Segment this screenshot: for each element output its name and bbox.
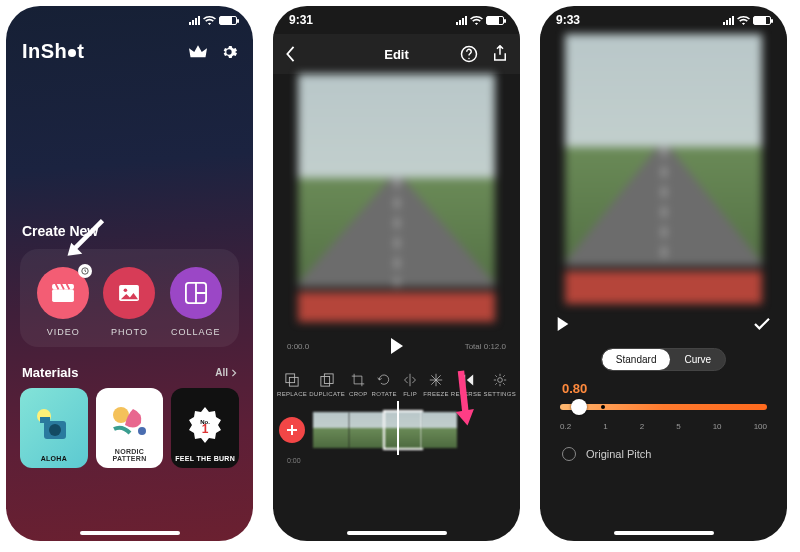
share-icon[interactable]	[492, 45, 508, 63]
speed-screen: 9:33 Standard Curve 0.80 0.2	[540, 6, 787, 541]
crown-icon[interactable]	[189, 45, 207, 59]
chevron-left-icon	[285, 46, 295, 62]
wifi-icon	[203, 15, 216, 25]
home-screen: InSht Create New VIDEO	[6, 6, 253, 541]
camera-graphic-icon	[34, 407, 74, 443]
settings-icon[interactable]	[221, 44, 237, 60]
confirm-button[interactable]	[753, 317, 771, 331]
status-time: 9:31	[289, 13, 313, 27]
status-bar: 9:31	[273, 6, 520, 34]
chevron-right-icon	[231, 369, 237, 377]
home-indicator[interactable]	[347, 531, 447, 535]
svg-point-15	[468, 58, 470, 60]
image-icon	[118, 284, 140, 302]
video-preview[interactable]	[540, 34, 787, 304]
signal-icon	[189, 16, 200, 25]
slider-ticks: 0.2 1 2 5 10 100	[540, 414, 787, 431]
edit-screen: 9:31 Edit 0:00.0 Total 0:12.0 REPLACE	[273, 6, 520, 541]
tile-label: VIDEO	[47, 327, 80, 337]
status-bar	[6, 6, 253, 34]
create-card: VIDEO PHOTO COLLAGE	[20, 249, 239, 347]
battery-icon	[486, 16, 504, 25]
segment-standard[interactable]: Standard	[602, 349, 671, 370]
material-label: ALOHA	[41, 455, 67, 462]
tool-rotate[interactable]: ROTATE	[372, 372, 397, 397]
app-logo: InSht	[22, 40, 85, 63]
back-button[interactable]	[285, 46, 295, 62]
signal-icon	[456, 16, 467, 25]
home-indicator[interactable]	[80, 531, 180, 535]
material-aloha[interactable]: ALOHA	[20, 388, 88, 468]
tool-crop[interactable]: CROP	[347, 372, 370, 397]
original-pitch-label: Original Pitch	[586, 448, 651, 460]
svg-point-11	[138, 427, 146, 435]
edit-header: Edit	[273, 34, 520, 74]
materials-all-link[interactable]: All	[215, 367, 237, 378]
slider-knob[interactable]	[571, 399, 587, 415]
pattern-graphic-icon	[108, 403, 152, 439]
svg-point-4	[124, 289, 128, 293]
home-indicator[interactable]	[614, 531, 714, 535]
tutorial-arrow-icon	[62, 217, 108, 263]
speed-value: 0.80	[540, 371, 787, 400]
play-button[interactable]	[389, 337, 405, 355]
clip-thumb[interactable]	[313, 412, 349, 448]
wifi-icon	[737, 15, 750, 25]
svg-text:1: 1	[202, 422, 209, 436]
clapperboard-icon	[51, 283, 75, 303]
add-clip-button[interactable]	[279, 417, 305, 443]
material-label: FEEL THE BURN	[175, 455, 235, 462]
tool-replace[interactable]: REPLACE	[277, 372, 307, 397]
duplicate-icon	[320, 373, 334, 387]
material-nordic[interactable]: NORDIC PATTERN	[96, 388, 164, 468]
slider-default-mark	[601, 405, 605, 409]
svg-rect-1	[52, 289, 74, 302]
video-preview[interactable]	[273, 74, 520, 322]
svg-rect-17	[289, 377, 298, 386]
gear-icon	[493, 373, 507, 387]
svg-rect-18	[321, 377, 330, 387]
svg-rect-19	[324, 374, 333, 384]
play-bar: 0:00.0 Total 0:12.0	[273, 322, 520, 370]
playhead[interactable]	[397, 401, 399, 455]
clip-thumb-selected[interactable]	[385, 412, 421, 448]
svg-rect-9	[40, 417, 50, 423]
tool-flip[interactable]: FLIP	[399, 372, 422, 397]
status-bar: 9:33	[540, 6, 787, 34]
create-video-tile[interactable]: VIDEO	[37, 267, 89, 337]
svg-rect-16	[286, 374, 295, 383]
plus-icon	[286, 424, 298, 436]
timeline-time: 0:00	[287, 457, 301, 464]
replace-icon	[285, 373, 299, 387]
materials-title: Materials	[22, 365, 78, 380]
create-collage-tile[interactable]: COLLAGE	[170, 267, 222, 337]
material-burn[interactable]: No.1 FEEL THE BURN	[171, 388, 239, 468]
total-time: Total 0:12.0	[465, 342, 506, 351]
tool-duplicate[interactable]: DUPLICATE	[309, 372, 345, 397]
segment-curve[interactable]: Curve	[670, 349, 725, 370]
original-pitch-option[interactable]: Original Pitch	[540, 431, 787, 477]
crop-icon	[351, 373, 365, 387]
create-new-title: Create New	[6, 223, 253, 239]
battery-icon	[753, 16, 771, 25]
current-time: 0:00.0	[287, 342, 309, 351]
status-time: 9:33	[556, 13, 580, 27]
wifi-icon	[470, 15, 483, 25]
tile-label: COLLAGE	[171, 327, 221, 337]
recent-badge-icon	[78, 264, 92, 278]
help-icon[interactable]	[460, 45, 478, 63]
collage-icon	[185, 282, 207, 304]
battery-icon	[219, 16, 237, 25]
speed-mode-segment: Standard Curve	[601, 348, 726, 371]
clip-thumb[interactable]	[349, 412, 385, 448]
badge-graphic-icon: No.1	[183, 405, 227, 445]
play-button[interactable]	[556, 316, 570, 332]
create-photo-tile[interactable]: PHOTO	[103, 267, 155, 337]
edit-title: Edit	[384, 47, 409, 62]
svg-point-8	[49, 424, 61, 436]
tile-label: PHOTO	[111, 327, 148, 337]
speed-slider[interactable]	[560, 404, 767, 410]
svg-point-20	[497, 378, 502, 383]
rotate-icon	[377, 373, 391, 387]
radio-icon	[562, 447, 576, 461]
